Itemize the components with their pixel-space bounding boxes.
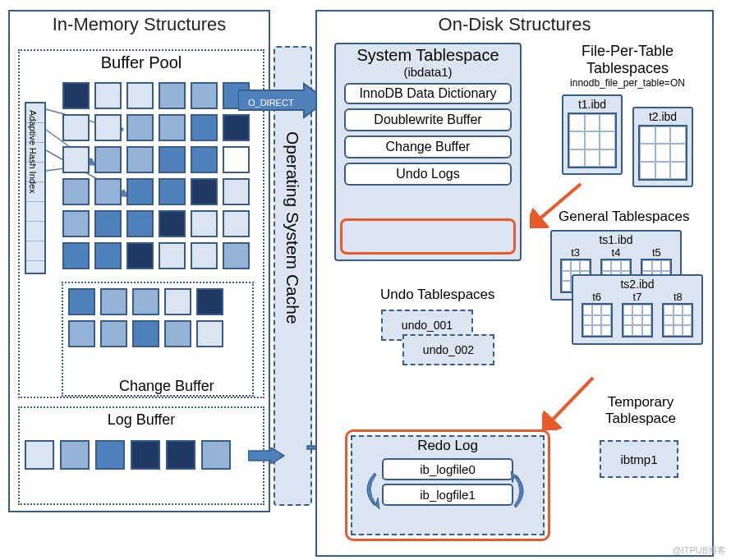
annotation-arrow-undo <box>530 179 587 232</box>
t2-ibd-label: t2.ibd <box>637 110 688 123</box>
innodb-data-dictionary: InnoDB Data Dictionary <box>344 83 512 104</box>
svg-line-7 <box>536 184 581 222</box>
watermark: @ITPUB博客 <box>672 544 726 557</box>
log-buffer-title: Log Buffer <box>20 408 263 432</box>
file-per-table-group: File-Per-TableTablespaces innodb_file_pe… <box>545 43 710 89</box>
ts2-ibd-label: ts2.ibd <box>577 278 698 291</box>
system-tablespace-subtitle: (ibdata1) <box>336 65 520 79</box>
table-grid-icon <box>622 303 653 337</box>
in-memory-title: In-Memory Structures <box>10 11 269 38</box>
os-cache-label: Operating System Cache <box>283 131 302 324</box>
table-grid-icon <box>568 112 617 168</box>
buffer-pool-grid <box>62 82 250 269</box>
table-grid-icon <box>662 303 693 337</box>
change-buffer-disk: Change Buffer <box>344 135 512 158</box>
redo-cycle-arrow-right <box>509 470 534 514</box>
ts2-t6: t6 <box>592 291 601 303</box>
o-direct-label: O_DIRECT <box>248 98 294 108</box>
buffer-pool-title: Buffer Pool <box>20 51 263 75</box>
ts2-t7: t7 <box>633 291 642 303</box>
undo-logs-highlight <box>340 218 516 255</box>
file-per-table-subtitle: innodb_file_per_table=ON <box>545 77 710 89</box>
on-disk-title: On-Disk Structures <box>317 11 712 38</box>
change-buffer-label: Change Buffer <box>119 378 214 395</box>
innodb-data-dictionary-label: InnoDB Data Dictionary <box>346 86 510 101</box>
ibtmp1-file: ibtmp1 <box>600 440 678 478</box>
ts2-ibd-file: ts2.ibd t6 t7 t8 <box>572 274 703 345</box>
ts1-t3: t3 <box>571 246 580 259</box>
undo-logs: Undo Logs <box>344 163 512 186</box>
temporary-tablespace-title: TemporaryTablespace <box>591 394 690 427</box>
ts1-t4: t4 <box>612 246 621 259</box>
table-grid-icon <box>582 303 613 337</box>
doublewrite-buffer: Doublewrite Buffer <box>344 108 512 131</box>
adaptive-hash-index-label: Adaptive Hash Index <box>28 110 38 194</box>
t1-ibd-file: t1.ibd <box>562 94 623 175</box>
log-to-cache-arrow <box>248 448 285 467</box>
t2-ibd-file: t2.ibd <box>632 107 693 187</box>
annotation-arrow-redo <box>542 373 600 434</box>
ts1-t5: t5 <box>652 246 661 259</box>
change-buffer-grid <box>68 288 223 347</box>
redo-cycle-arrow-left <box>356 470 381 514</box>
file-per-table-title: File-Per-TableTablespaces <box>545 43 710 77</box>
t1-ibd-label: t1.ibd <box>567 98 618 111</box>
table-grid-icon <box>638 125 687 181</box>
undo-tablespaces-title: Undo Tablespaces <box>380 287 495 303</box>
svg-line-9 <box>549 378 593 424</box>
log-buffer-grid <box>25 440 231 470</box>
svg-marker-5 <box>248 448 284 464</box>
system-tablespace-title: System Tablespace <box>336 44 520 65</box>
ts2-t8: t8 <box>674 291 683 303</box>
ts1-ibd-label: ts1.ibd <box>555 233 677 246</box>
undo-002-file: undo_002 <box>402 334 494 365</box>
innodb-architecture-diagram: In-Memory Structures Buffer Pool Adaptiv… <box>0 0 731 560</box>
